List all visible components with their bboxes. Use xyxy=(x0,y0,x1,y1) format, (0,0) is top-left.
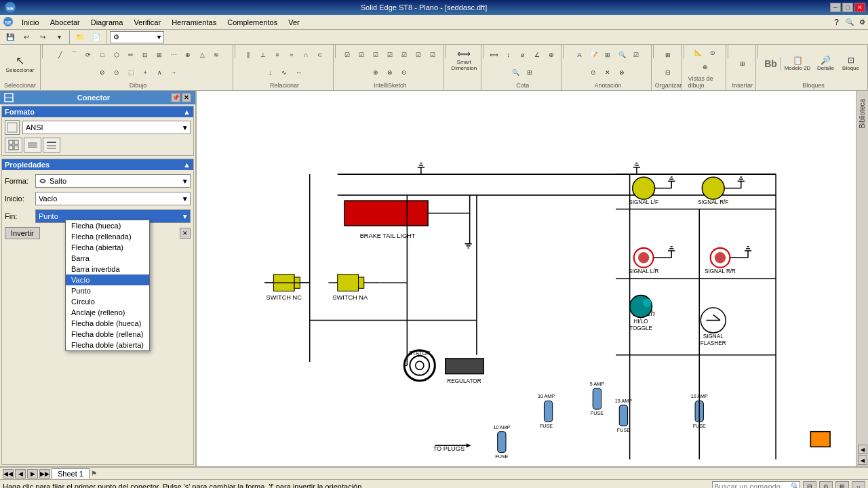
zoom-out-button[interactable]: ⊟ xyxy=(803,481,816,489)
menu-complementos[interactable]: Complementos xyxy=(222,17,283,28)
rel-btn-1[interactable]: ∥ xyxy=(242,48,256,62)
dibujo-btn-14[interactable]: ⊙ xyxy=(110,66,123,79)
undo-button[interactable]: ↩ xyxy=(19,30,34,45)
formato-header[interactable]: Formato ▲ xyxy=(2,106,193,117)
vistas-btn-2[interactable]: ⊙ xyxy=(706,46,719,60)
dibujo-btn-12[interactable]: ≋ xyxy=(210,48,223,62)
fin-option-flecha-hueca[interactable]: Flecha (hueca) xyxy=(66,220,149,231)
rel-btn-2[interactable]: ⊥ xyxy=(256,48,270,62)
rel-btn-8[interactable]: ∿ xyxy=(277,66,291,79)
is-btn-6[interactable]: ☑ xyxy=(412,48,425,62)
vistas-btn-3[interactable]: ⊕ xyxy=(698,60,712,74)
close-button[interactable]: ✕ xyxy=(854,3,865,12)
rel-btn-6[interactable]: ⊂ xyxy=(313,48,327,62)
rel-btn-5[interactable]: ∩ xyxy=(299,48,313,62)
bloques-btn-1[interactable]: Bb xyxy=(764,57,778,70)
cota-btn-4[interactable]: ∠ xyxy=(530,48,544,62)
dibujo-btn-18[interactable]: → xyxy=(167,66,180,79)
nav-last-button[interactable]: ▶▶ xyxy=(39,469,50,479)
dibujo-btn-15[interactable]: ⬚ xyxy=(124,66,138,79)
anot-btn-3[interactable]: ⊞ xyxy=(601,48,614,62)
menu-ver[interactable]: Ver xyxy=(283,17,305,28)
dibujo-btn-17[interactable]: ∧ xyxy=(153,66,166,79)
is-btn-1[interactable]: ☑ xyxy=(340,48,354,62)
fin-option-barra-invertida[interactable]: Barra invertida xyxy=(66,264,149,274)
dibujo-btn-10[interactable]: ⊕ xyxy=(181,48,195,62)
search-input[interactable] xyxy=(712,481,800,489)
file-new-button[interactable]: 📄 xyxy=(89,30,104,45)
seleccionar-button[interactable]: ↖ Seleccionar xyxy=(8,50,33,77)
bloque-button[interactable]: ⊡ Bloque xyxy=(839,50,863,77)
propiedades-header[interactable]: Propiedades ▲ xyxy=(2,159,193,170)
dibujo-btn-4[interactable]: □ xyxy=(96,48,109,62)
cota-btn-2[interactable]: ↕ xyxy=(502,48,515,62)
fin-option-flecha-rellena[interactable]: Flecha (rellenada) xyxy=(66,231,149,242)
search-toolbar-icon[interactable]: 🔍 xyxy=(843,17,856,27)
fin-option-doble-hueca[interactable]: Flecha doble (hueca) xyxy=(66,318,149,329)
fin-option-barra[interactable]: Barra xyxy=(66,253,149,264)
forma-dropdown[interactable]: Salto ▾ xyxy=(35,174,191,188)
anot-btn-2[interactable]: 📝 xyxy=(587,48,600,62)
invertir-button[interactable]: Invertir xyxy=(5,227,40,239)
save-button[interactable]: 💾 xyxy=(3,30,18,45)
anot-btn-6[interactable]: ⊙ xyxy=(587,66,600,79)
anot-btn-7[interactable]: ✕ xyxy=(601,66,614,79)
fin-option-doble-rellena[interactable]: Flecha doble (rellena) xyxy=(66,329,149,340)
fin-option-vacio[interactable]: Vacío xyxy=(66,274,149,285)
inicio-dropdown[interactable]: Vacío ▾ xyxy=(35,192,191,205)
dibujo-btn-9[interactable]: ⋯ xyxy=(167,48,180,62)
is-btn-9[interactable]: ⊗ xyxy=(383,66,397,79)
ins-btn-1[interactable]: ⊞ xyxy=(736,57,749,70)
anot-btn-1[interactable]: A xyxy=(572,48,586,62)
rel-btn-9[interactable]: ↔ xyxy=(292,66,305,79)
menu-abocetar[interactable]: Abocetar xyxy=(45,17,85,28)
fin-option-doble-abierta[interactable]: Flecha doble (abierta) xyxy=(66,340,149,350)
quickaccess-dropdown[interactable]: ▾ xyxy=(52,30,66,45)
ansi-dropdown[interactable]: ANSI ▾ xyxy=(22,121,191,134)
clear-button[interactable]: ✕ xyxy=(180,228,191,239)
dibujo-btn-3[interactable]: ⟳ xyxy=(81,48,95,62)
redo-button[interactable]: ↪ xyxy=(35,30,50,45)
is-btn-5[interactable]: ☑ xyxy=(397,48,411,62)
dibujo-btn-7[interactable]: ⊡ xyxy=(138,48,152,62)
rel-btn-7[interactable]: ⟂ xyxy=(263,66,277,79)
menu-verificar[interactable]: Verificar xyxy=(128,17,166,28)
org-btn-2[interactable]: ⊟ xyxy=(661,66,675,79)
dibujo-btn-8[interactable]: ⊞ xyxy=(153,48,166,62)
mode-dropdown[interactable]: ⚙ ▾ xyxy=(110,31,164,43)
fmt-btn-lines1[interactable] xyxy=(24,138,41,152)
nav-next-button[interactable]: ▶ xyxy=(27,469,38,479)
is-btn-3[interactable]: ☑ xyxy=(369,48,382,62)
is-btn-2[interactable]: ☑ xyxy=(355,48,368,62)
panel-close-button[interactable]: ✕ xyxy=(182,93,191,102)
fin-option-circulo[interactable]: Círculo xyxy=(66,296,149,307)
cota-btn-6[interactable]: 🔍 xyxy=(509,66,522,79)
panel-pin-button[interactable]: 📌 xyxy=(171,93,180,102)
dibujo-btn-16[interactable]: + xyxy=(138,66,152,79)
zoom-fit-button[interactable]: ⊙ xyxy=(819,481,833,489)
sheet-tab-1[interactable]: Sheet 1 xyxy=(52,468,90,479)
file-open-button[interactable]: 📁 xyxy=(73,30,87,45)
dibujo-btn-5[interactable]: ⬡ xyxy=(110,48,123,62)
settings-icon[interactable]: ⚙ xyxy=(856,17,868,27)
drawing-area[interactable]: Biblioteca ◀ ◀ BRAKE TAIL LIGHT xyxy=(197,91,868,466)
vistas-btn-1[interactable]: 📐 xyxy=(692,46,705,60)
cota-btn-5[interactable]: ⊕ xyxy=(545,48,558,62)
rel-btn-4[interactable]: ≈ xyxy=(285,48,298,62)
is-btn-4[interactable]: ☑ xyxy=(383,48,397,62)
fin-option-flecha-abierta[interactable]: Flecha (abierta) xyxy=(66,242,149,253)
fin-option-punto[interactable]: Punto xyxy=(66,285,149,296)
detalle-button[interactable]: 🔎 Detalle xyxy=(814,50,838,77)
dibujo-btn-2[interactable]: ⌒ xyxy=(67,48,81,62)
minimize-button[interactable]: ─ xyxy=(830,3,841,12)
panel-strip-btn1[interactable]: ◀ xyxy=(858,445,867,454)
cota-btn-3[interactable]: ⌀ xyxy=(516,48,530,62)
fmt-btn-grid[interactable] xyxy=(5,138,22,152)
menu-inicio[interactable]: Inicio xyxy=(16,17,45,28)
anot-btn-5[interactable]: ☑ xyxy=(629,48,643,62)
cota-btn-1[interactable]: ⟺ xyxy=(488,48,501,62)
menu-diagrama[interactable]: Diagrama xyxy=(85,17,129,28)
cota-btn-7[interactable]: ⊞ xyxy=(523,66,536,79)
zoom-pan-button[interactable]: ↔ xyxy=(852,481,865,489)
nav-prev-button[interactable]: ◀ xyxy=(15,469,26,479)
